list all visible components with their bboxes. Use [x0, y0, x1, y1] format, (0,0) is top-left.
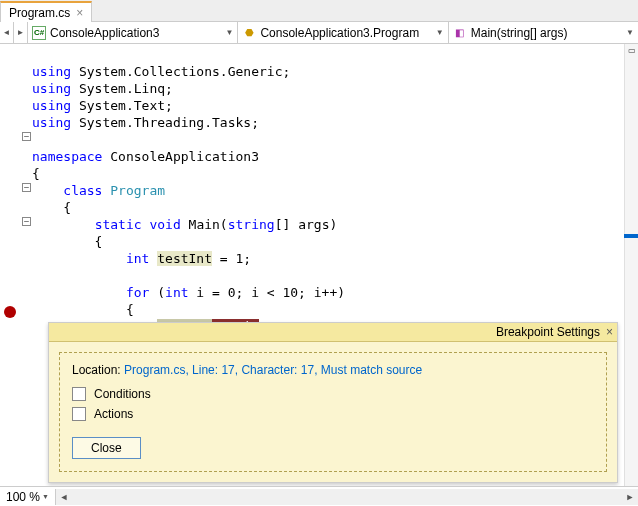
close-icon[interactable]: × — [606, 325, 613, 339]
method-icon: ◧ — [453, 26, 467, 40]
chevron-down-icon: ▼ — [42, 493, 49, 500]
class-label: ConsoleApplication3.Program — [260, 26, 419, 40]
nav-back-button[interactable]: ◄ — [0, 22, 14, 43]
keyword: using — [32, 81, 71, 96]
scroll-right-icon[interactable]: ► — [622, 492, 638, 502]
keyword: using — [32, 64, 71, 79]
panel-title: Breakpoint Settings — [496, 325, 600, 339]
actions-row: Actions — [72, 407, 594, 421]
highlighted-var: testInt — [157, 251, 212, 266]
gutter[interactable]: − − − — [0, 44, 32, 486]
conditions-label: Conditions — [94, 387, 151, 401]
scroll-map[interactable]: ▭ — [624, 44, 638, 486]
scroll-mark — [624, 234, 638, 238]
scroll-left-icon[interactable]: ◄ — [56, 492, 72, 502]
zoom-dropdown[interactable]: 100 % ▼ — [0, 490, 55, 504]
keyword: string — [228, 217, 275, 232]
chevron-down-icon: ▼ — [225, 28, 233, 37]
scope-label: ConsoleApplication3 — [50, 26, 159, 40]
keyword: using — [32, 115, 71, 130]
keyword: int — [126, 251, 149, 266]
status-bar: 100 % ▼ ◄ ► — [0, 486, 638, 506]
outline-toggle[interactable]: − — [22, 183, 31, 192]
keyword: namespace — [32, 149, 102, 164]
chevron-down-icon: ▼ — [626, 28, 634, 37]
panel-header: Breakpoint Settings × — [49, 323, 617, 342]
csharp-icon: C# — [32, 26, 46, 40]
conditions-checkbox[interactable] — [72, 387, 86, 401]
panel-body: Location: Program.cs, Line: 17, Characte… — [59, 352, 607, 472]
keyword: using — [32, 98, 71, 113]
close-button[interactable]: Close — [72, 437, 141, 459]
actions-checkbox[interactable] — [72, 407, 86, 421]
file-tab-label: Program.cs — [9, 6, 70, 20]
tab-bar: Program.cs × — [0, 0, 638, 22]
breakpoint-settings-panel: Breakpoint Settings × Location: Program.… — [48, 322, 618, 483]
outline-toggle[interactable]: − — [22, 217, 31, 226]
horizontal-scrollbar[interactable]: ◄ ► — [55, 489, 638, 505]
chevron-down-icon: ▼ — [436, 28, 444, 37]
scroll-thumb[interactable] — [72, 489, 622, 505]
keyword: int — [165, 285, 188, 300]
class-icon: ⬣ — [242, 26, 256, 40]
conditions-row: Conditions — [72, 387, 594, 401]
member-label: Main(string[] args) — [471, 26, 568, 40]
keyword: void — [149, 217, 180, 232]
location-row: Location: Program.cs, Line: 17, Characte… — [72, 363, 594, 377]
breakpoint-icon[interactable] — [4, 306, 16, 318]
keyword: for — [126, 285, 149, 300]
split-toggle-icon[interactable]: ▭ — [627, 46, 637, 56]
nav-fwd-button[interactable]: ► — [14, 22, 28, 43]
keyword: static — [95, 217, 142, 232]
outline-toggle[interactable]: − — [22, 132, 31, 141]
close-icon[interactable]: × — [74, 6, 85, 20]
zoom-label: 100 % — [6, 490, 40, 504]
type-name: Program — [110, 183, 165, 198]
scope-dropdown[interactable]: C# ConsoleApplication3 ▼ — [28, 22, 238, 43]
actions-label: Actions — [94, 407, 133, 421]
nav-bar: ◄ ► C# ConsoleApplication3 ▼ ⬣ ConsoleAp… — [0, 22, 638, 44]
member-dropdown[interactable]: ◧ Main(string[] args) ▼ — [449, 22, 638, 43]
class-dropdown[interactable]: ⬣ ConsoleApplication3.Program ▼ — [238, 22, 448, 43]
location-label: Location: — [72, 363, 124, 377]
file-tab[interactable]: Program.cs × — [0, 1, 92, 22]
location-link[interactable]: Program.cs, Line: 17, Character: 17, Mus… — [124, 363, 422, 377]
keyword: class — [63, 183, 102, 198]
